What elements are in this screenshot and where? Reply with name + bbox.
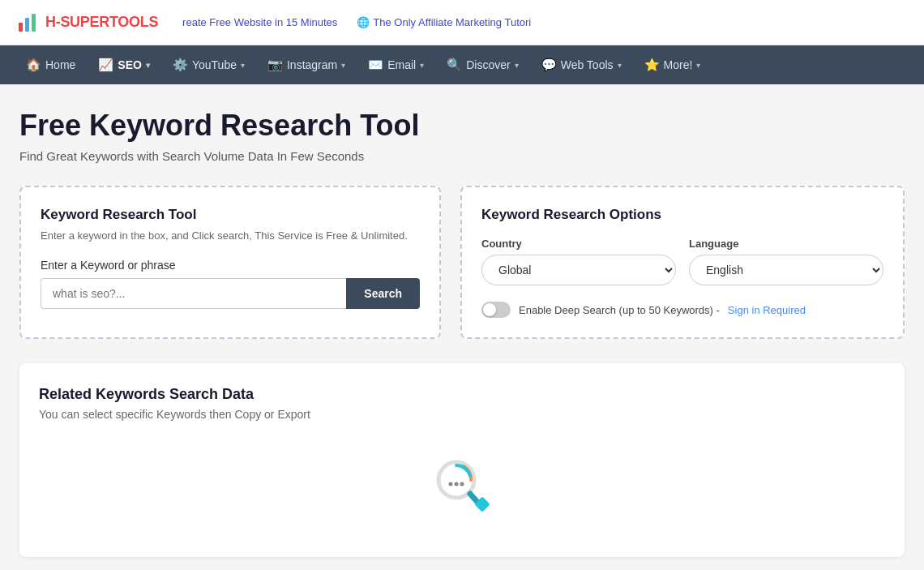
email-chevron-icon: ▾ — [420, 61, 424, 70]
magnifier-container — [39, 445, 885, 534]
options-card-title: Keyword Research Options — [481, 207, 883, 223]
nav-more[interactable]: ⭐ More! ▾ — [635, 45, 711, 84]
logo[interactable]: H-SUPERTOOLS — [16, 11, 158, 34]
home-icon: 🏠 — [26, 58, 41, 72]
svg-point-6 — [449, 482, 453, 486]
nav-discover[interactable]: 🔍 Discover ▾ — [437, 45, 528, 84]
main-content: Free Keyword Research Tool Find Great Ke… — [0, 84, 924, 570]
language-select[interactable]: English Spanish French German Italian — [689, 255, 883, 285]
logo-text: H-SUPERTOOLS — [45, 14, 158, 31]
nav-email-label: Email — [387, 58, 416, 71]
nav-instagram-label: Instagram — [287, 58, 337, 71]
nav-webtools[interactable]: 💬 Web Tools ▾ — [532, 45, 631, 84]
top-banner: H-SUPERTOOLS reate Free Website in 15 Mi… — [0, 0, 924, 45]
youtube-icon: ⚙️ — [173, 58, 188, 72]
banner-link-2[interactable]: 🌐 The Only Affiliate Marketing Tutori — [357, 16, 531, 28]
instagram-chevron-icon: ▾ — [341, 61, 345, 70]
keyword-card-title: Keyword Research Tool — [41, 207, 420, 223]
youtube-chevron-icon: ▾ — [241, 61, 245, 70]
page-title: Free Keyword Research Tool — [19, 109, 905, 143]
svg-rect-2 — [25, 18, 29, 32]
nav-youtube-label: YouTube — [192, 58, 237, 71]
nav-seo[interactable]: 📈 SEO ▾ — [88, 45, 160, 84]
email-icon: ✉️ — [368, 58, 383, 72]
webtools-chevron-icon: ▾ — [618, 61, 622, 70]
nav-home-label: Home — [45, 58, 75, 71]
nav-seo-label: SEO — [118, 58, 142, 71]
search-button[interactable]: Search — [346, 278, 420, 309]
results-section: Related Keywords Search Data You can sel… — [19, 363, 905, 557]
banner-link-1[interactable]: reate Free Website in 15 Minutes — [182, 16, 337, 28]
magnifier-icon — [430, 453, 494, 518]
keyword-input-card: Keyword Research Tool Enter a keyword in… — [19, 186, 441, 339]
nav-webtools-label: Web Tools — [561, 58, 614, 71]
page-subtitle: Find Great Keywords with Search Volume D… — [19, 149, 905, 163]
more-chevron-icon: ▾ — [696, 61, 700, 70]
webtools-icon: 💬 — [541, 58, 557, 72]
svg-point-8 — [460, 482, 464, 486]
deep-search-toggle[interactable] — [481, 302, 511, 318]
nav-home[interactable]: 🏠 Home — [16, 45, 85, 84]
sign-in-link[interactable]: Sign in Required — [728, 304, 806, 316]
deep-search-label: Enable Deep Search (up to 50 Keywords) - — [519, 304, 720, 316]
svg-rect-3 — [32, 14, 36, 32]
nav-more-label: More! — [664, 58, 693, 71]
language-group: Language English Spanish French German I… — [689, 238, 883, 285]
language-label: Language — [689, 238, 883, 250]
svg-rect-1 — [19, 23, 23, 32]
search-row: Search — [41, 278, 420, 309]
logo-icon — [16, 11, 39, 34]
results-title: Related Keywords Search Data — [39, 386, 885, 403]
svg-point-7 — [455, 482, 459, 486]
keyword-input[interactable] — [41, 278, 346, 309]
keyword-input-label: Enter a Keyword or phrase — [41, 259, 420, 272]
deep-search-row: Enable Deep Search (up to 50 Keywords) -… — [481, 302, 883, 318]
nav-email[interactable]: ✉️ Email ▾ — [358, 45, 434, 84]
country-select[interactable]: Global United States United Kingdom Cana… — [481, 255, 676, 285]
options-grid: Country Global United States United King… — [481, 238, 883, 285]
results-subtitle: You can select specific Keywords then Co… — [39, 408, 885, 421]
nav-youtube[interactable]: ⚙️ YouTube ▾ — [163, 45, 255, 84]
discover-icon: 🔍 — [447, 58, 462, 72]
nav-discover-label: Discover — [466, 58, 510, 71]
country-group: Country Global United States United King… — [481, 238, 676, 285]
discover-chevron-icon: ▾ — [515, 61, 519, 70]
seo-icon: 📈 — [98, 58, 113, 72]
cards-row: Keyword Research Tool Enter a keyword in… — [19, 186, 905, 339]
seo-chevron-icon: ▾ — [146, 61, 150, 70]
options-card: Keyword Research Options Country Global … — [460, 186, 905, 339]
keyword-card-desc: Enter a keyword in the box, and Click se… — [41, 228, 420, 244]
banner-links: reate Free Website in 15 Minutes 🌐 The O… — [182, 16, 531, 28]
country-label: Country — [481, 238, 676, 250]
nav-instagram[interactable]: 📷 Instagram ▾ — [258, 45, 355, 84]
instagram-icon: 📷 — [267, 58, 283, 72]
nav-bar: 🏠 Home 📈 SEO ▾ ⚙️ YouTube ▾ 📷 Instagram … — [0, 45, 924, 84]
more-icon: ⭐ — [644, 58, 660, 72]
